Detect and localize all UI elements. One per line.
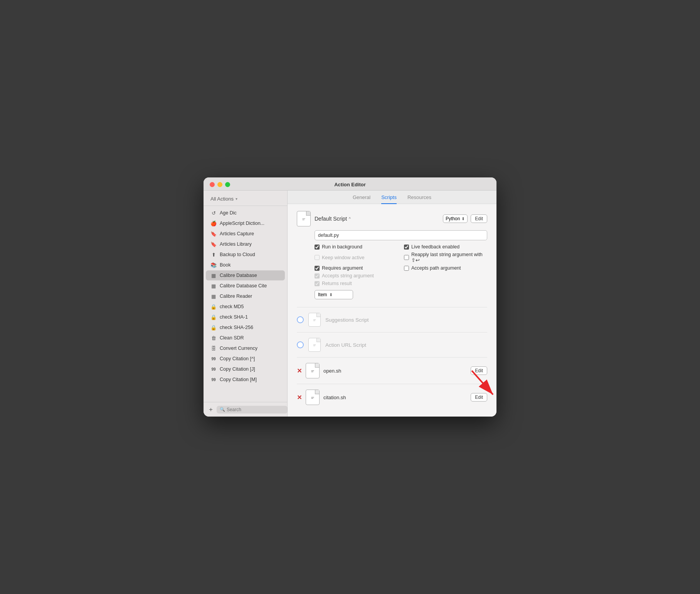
main-window: Action Editor All Actions ▾ ↺ Age Dic 🍎: [204, 177, 496, 417]
accepts-string-argument-checkbox[interactable]: Accepts string argument: [315, 273, 398, 278]
open-sh-row: ✕ open.sh Edit: [297, 363, 487, 378]
tab-scripts[interactable]: Scripts: [381, 194, 397, 204]
sidebar-item-calibre-database-cite[interactable]: ▦ Calibre Database Cite: [206, 281, 285, 291]
sidebar-item-age-dic[interactable]: ↺ Age Dic: [206, 208, 285, 218]
fullscreen-button[interactable]: [225, 182, 230, 187]
quote-icon: 99: [210, 356, 217, 362]
close-button[interactable]: [210, 182, 215, 187]
sidebar-item-label: Calibre Database: [220, 273, 257, 278]
accepts-path-argument-checkbox[interactable]: Accepts path argument: [404, 265, 487, 271]
sidebar-item-calibre-database[interactable]: ▦ Calibre Database: [206, 270, 285, 280]
action-url-script-radio[interactable]: [297, 341, 304, 348]
all-actions-label: All Actions: [210, 196, 234, 202]
open-sh-icon: [306, 363, 320, 378]
checkboxes-area: Run in background Live feedback enabled …: [315, 244, 487, 286]
minimize-button[interactable]: [217, 182, 222, 187]
apple-icon: 🍎: [210, 220, 217, 226]
sidebar-item-check-md5[interactable]: 🔒 check MD5: [206, 302, 285, 312]
keep-window-active-checkbox[interactable]: Keep window active: [315, 252, 398, 263]
sidebar-item-label: Book: [220, 262, 231, 268]
divider-3: [297, 357, 487, 358]
delete-open-sh-button[interactable]: ✕: [297, 367, 302, 375]
cloud-upload-icon: ⬆: [210, 251, 217, 258]
filename-input[interactable]: [315, 230, 487, 240]
open-sh-edit-button[interactable]: Edit: [471, 366, 487, 375]
action-url-script-label: Action URL Script: [325, 342, 366, 348]
grid-icon: ▦: [210, 283, 217, 289]
default-script-header: Default Script ^ Python ⬍ Edit: [297, 211, 487, 226]
sidebar-item-backup-to-cloud[interactable]: ⬆ Backup to Cloud: [206, 250, 285, 260]
returns-result-checkbox[interactable]: Returns result: [315, 281, 398, 286]
sidebar-item-label: Copy Citation [J]: [220, 366, 255, 372]
default-script-title[interactable]: Default Script ^: [315, 216, 351, 222]
grid-icon: ▦: [210, 293, 217, 299]
default-script-controls: Python ⬍ Edit: [443, 214, 487, 223]
sidebar-item-copy-citation-j[interactable]: 99 Copy Citation [J]: [206, 364, 285, 374]
scripts-content: Default Script ^ Python ⬍ Edit: [288, 204, 496, 417]
item-dropdown[interactable]: Item ⬍: [315, 290, 353, 299]
history-icon: ↺: [210, 210, 217, 216]
lock-icon: 🔒: [210, 314, 217, 320]
lock-icon: 🔒: [210, 324, 217, 331]
citation-sh-icon: [306, 390, 320, 405]
lock-icon: 🔒: [210, 304, 217, 310]
sidebar-item-label: Articles Library: [220, 241, 252, 247]
trash-icon: 🗑: [210, 335, 217, 341]
quote-icon: 99: [210, 376, 217, 383]
bookmark-icon: 🔖: [210, 231, 217, 237]
chevron-down-icon: ▾: [236, 197, 237, 201]
item-dropdown-row: Item ⬍: [315, 290, 487, 299]
sidebar-item-label: Backup to Cloud: [220, 252, 255, 257]
sidebar-item-label: Age Dic: [220, 210, 237, 216]
action-url-script-icon: [308, 338, 321, 352]
sidebar: All Actions ▾ ↺ Age Dic 🍎 AppleScript Di…: [204, 191, 288, 417]
sidebar-item-applescript[interactable]: 🍎 AppleScript Diction...: [206, 218, 285, 228]
sidebar-item-copy-citation-caret[interactable]: 99 Copy Citation [^]: [206, 354, 285, 364]
open-sh-label: open.sh: [323, 368, 467, 374]
run-in-background-checkbox[interactable]: Run in background: [315, 244, 398, 250]
delete-citation-sh-button[interactable]: ✕: [297, 394, 302, 401]
tab-general[interactable]: General: [353, 194, 370, 204]
search-bar[interactable]: 🔍: [217, 406, 288, 413]
default-script-edit-button[interactable]: Edit: [471, 214, 487, 223]
sidebar-item-check-sha1[interactable]: 🔒 check SHA-1: [206, 312, 285, 322]
search-input[interactable]: [227, 407, 284, 412]
sidebar-item-book[interactable]: 📚 Book: [206, 260, 285, 270]
tabs-bar: General Scripts Resources: [288, 191, 496, 204]
divider-1: [297, 307, 487, 307]
sidebar-item-label: check MD5: [220, 304, 244, 309]
sidebar-item-convert-currency[interactable]: 🗄 Convert Currency: [206, 343, 285, 353]
stepper-icon: ⬍: [329, 292, 333, 297]
open-sh-container: ✕ open.sh Edit: [297, 363, 487, 378]
all-actions-dropdown[interactable]: All Actions ▾: [209, 195, 239, 202]
citation-sh-row: ✕ citation.sh Edit: [297, 390, 487, 405]
suggestions-script-icon: [308, 313, 321, 327]
stepper-icon: ⬍: [461, 216, 465, 221]
sidebar-item-label: Calibre Database Cite: [220, 283, 267, 289]
sidebar-item-clean-sdr[interactable]: 🗑 Clean SDR: [206, 333, 285, 343]
add-action-button[interactable]: +: [207, 405, 214, 413]
script-title-area: Default Script ^: [297, 211, 351, 226]
sidebar-item-label: Articles Capture: [220, 231, 254, 236]
search-icon: 🔍: [220, 407, 225, 412]
main-layout: All Actions ▾ ↺ Age Dic 🍎 AppleScript Di…: [204, 191, 496, 417]
sidebar-item-calibre-reader[interactable]: ▦ Calibre Reader: [206, 291, 285, 301]
language-selector[interactable]: Python ⬍: [443, 214, 468, 223]
suggestions-script-radio[interactable]: [297, 316, 304, 323]
divider-2: [297, 332, 487, 332]
citation-sh-edit-button[interactable]: Edit: [471, 393, 487, 402]
sidebar-item-copy-citation-m[interactable]: 99 Copy Citation [M]: [206, 375, 285, 385]
sidebar-item-label: check SHA-256: [220, 325, 253, 330]
sidebar-item-check-sha256[interactable]: 🔒 check SHA-256: [206, 322, 285, 332]
sidebar-item-label: Copy Citation [^]: [220, 356, 255, 361]
citation-sh-label: citation.sh: [323, 395, 467, 400]
suggestions-script-row: Suggestions Script: [297, 313, 487, 327]
grid-icon: ▦: [210, 272, 217, 278]
sidebar-item-articles-capture[interactable]: 🔖 Articles Capture: [206, 229, 285, 239]
tab-resources[interactable]: Resources: [407, 194, 431, 204]
sidebar-item-articles-library[interactable]: 🔖 Articles Library: [206, 239, 285, 249]
caret-icon: ^: [349, 217, 351, 221]
live-feedback-checkbox[interactable]: Live feedback enabled: [404, 244, 487, 250]
reapply-last-string-checkbox[interactable]: Reapply last string argument with ⇧↩: [404, 252, 487, 263]
requires-argument-checkbox[interactable]: Requires argument: [315, 265, 398, 271]
